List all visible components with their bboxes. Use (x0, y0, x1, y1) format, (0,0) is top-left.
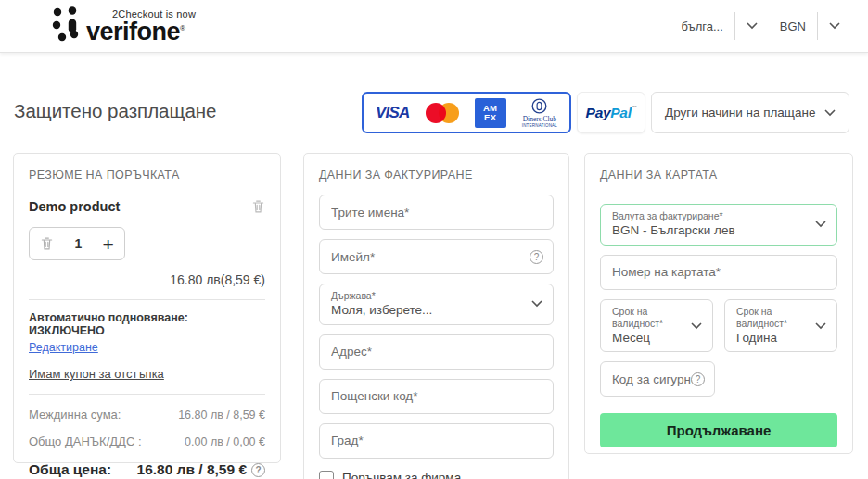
mastercard-icon (426, 103, 459, 123)
delete-product-icon[interactable] (251, 199, 265, 214)
expiry-year-select[interactable]: Срок на валидност* Година (724, 299, 837, 353)
divider (29, 299, 265, 300)
continue-button[interactable]: Продължаване (600, 413, 837, 447)
top-header: 2Checkout is now verifone® бълга... BGN (0, 0, 868, 53)
address-field-wrap (319, 334, 554, 370)
paypal-icon: PayPal™ (586, 105, 637, 121)
quantity-stepper: 1 + (29, 227, 125, 260)
company-order-checkbox-row[interactable]: Поръчвам за фирма (319, 471, 554, 479)
city-field-wrap (319, 423, 554, 459)
subtotal-row: Междинна сума: 16.80 лв / 8,59 € (29, 408, 265, 422)
decrease-quantity-icon[interactable] (40, 236, 54, 251)
company-order-checkbox[interactable] (319, 471, 334, 479)
chevron-down-icon (824, 109, 836, 117)
coupon-link[interactable]: Имам купон за отстъпка (29, 367, 164, 381)
total-label: Обща цена: (29, 461, 111, 478)
company-order-label: Поръчвам за фирма (342, 471, 461, 479)
card-details-title: ДАННИ ЗА КАРТАТА (600, 169, 837, 182)
divider (734, 12, 735, 40)
billing-title: ДАННИ ЗА ФАКТУРИРАНЕ (319, 169, 554, 182)
expiry-month-label: Срок на валидност* (612, 306, 684, 330)
address-field[interactable] (320, 335, 553, 369)
billing-currency-select[interactable]: Валута за фактуриране* BGN - Български л… (600, 204, 837, 246)
order-summary-title: РЕЗЮМЕ НА ПОРЪЧКАТА (29, 169, 265, 182)
email-field[interactable] (320, 240, 553, 273)
expiry-year-value: Година (736, 330, 809, 347)
total-help-icon[interactable]: ? (251, 463, 265, 477)
chevron-down-icon (747, 22, 758, 30)
card-brands-box: VISA AM EX Diners Club INTERNATIONAL (362, 92, 571, 133)
paypal-button[interactable]: PayPal™ (577, 92, 645, 133)
expiry-month-value: Месец (612, 330, 684, 347)
cvv-field-wrap: ? (600, 361, 715, 397)
divider (817, 12, 818, 40)
amex-icon: AM EX (475, 98, 506, 128)
language-selector[interactable]: бълга... (670, 12, 769, 40)
increase-quantity-button[interactable]: + (103, 234, 114, 254)
zip-field-wrap (319, 379, 554, 414)
billing-panel: ДАННИ ЗА ФАКТУРИРАНЕ ? Държава* Моля, из… (303, 153, 569, 479)
subtotal-label: Междинна сума: (29, 408, 121, 422)
billing-currency-label: Валута за фактуриране* (612, 210, 809, 222)
diners-club-icon: Diners Club INTERNATIONAL (522, 98, 557, 128)
edit-renewal-link[interactable]: Редактиране (29, 341, 98, 354)
total-value: 16.80 лв / 8,59 € (137, 461, 247, 478)
total-row: Обща цена: 16.80 лв / 8,59 €? (29, 461, 265, 478)
chevron-down-icon (815, 322, 826, 330)
product-name: Demo product (29, 199, 120, 214)
order-summary-panel: РЕЗЮМЕ НА ПОРЪЧКАТА Demo product 1 + 16.… (13, 153, 281, 463)
country-select[interactable]: Държава* Моля, изберете... (319, 284, 554, 325)
other-payment-methods-label: Други начини на плащане (665, 106, 815, 120)
tax-label: Общо ДАНЪК/ДДС : (29, 435, 142, 448)
card-details-panel: ДАННИ ЗА КАРТАТА Валута за фактуриране* … (584, 153, 853, 454)
verifone-dots-icon (51, 6, 81, 44)
full-name-field[interactable] (320, 195, 553, 229)
country-value: Моля, изберете... (331, 302, 525, 319)
card-number-field-wrap (600, 255, 837, 290)
billing-currency-value: BGN - Български лев (612, 222, 809, 239)
registered-mark: ® (180, 24, 185, 32)
item-price: 16.80 лв(8,59 €) (29, 272, 265, 287)
verifone-logo: 2Checkout is now verifone® (51, 6, 196, 44)
quantity-value: 1 (74, 236, 82, 251)
card-number-field[interactable] (601, 256, 836, 289)
chevron-down-icon (829, 22, 840, 30)
chevron-down-icon (815, 221, 826, 228)
zip-field[interactable] (320, 380, 553, 413)
chevron-down-icon (691, 322, 702, 330)
tax-row: Общо ДАНЪК/ДДС : 0.00 лв / 0,00 € (29, 435, 265, 448)
divider (29, 394, 265, 395)
currency-value: BGN (769, 19, 817, 33)
city-field[interactable] (320, 424, 553, 458)
full-name-field-wrap (319, 195, 554, 230)
auto-renewal-status: Автоматично подновяване: ИЗКЛЮЧЕНО (29, 311, 265, 337)
brand-name: verifone® (86, 19, 185, 44)
country-label: Държава* (331, 290, 525, 302)
email-help-icon[interactable]: ? (530, 250, 543, 264)
subtotal-value: 16.80 лв / 8,59 € (178, 409, 265, 422)
expiry-year-label: Срок на валидност* (736, 306, 809, 330)
tax-value: 0.00 лв / 0,00 € (185, 435, 265, 448)
other-payment-methods-dropdown[interactable]: Други начини на плащане (651, 92, 849, 133)
chevron-down-icon (531, 300, 542, 308)
language-value: бълга... (670, 19, 734, 33)
visa-icon: VISA (376, 104, 409, 122)
page-title: Защитено разплащане (14, 100, 217, 122)
currency-selector[interactable]: BGN (769, 12, 851, 40)
product-row: Demo product (29, 199, 265, 214)
email-field-wrap: ? (319, 239, 554, 274)
expiry-month-select[interactable]: Срок на валидност* Месец (600, 299, 713, 353)
